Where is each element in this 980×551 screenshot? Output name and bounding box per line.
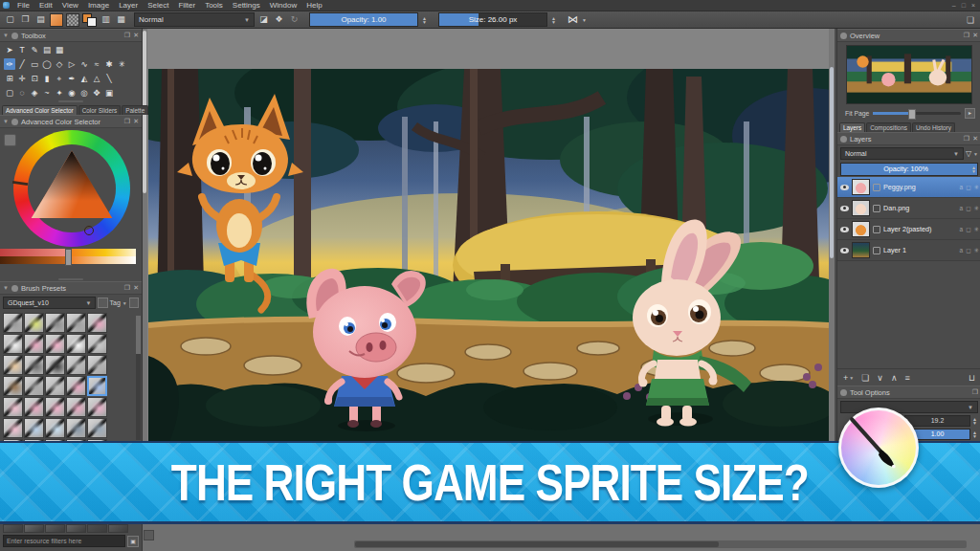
layer-filter-icon[interactable]: ▽ — [966, 149, 971, 158]
eraser-mode-icon[interactable]: ◪ — [257, 13, 270, 26]
tab-undo-history[interactable]: Undo History — [912, 122, 955, 132]
assistants-tool[interactable]: ◭ — [78, 73, 90, 84]
shade-strip[interactable] — [0, 256, 68, 264]
brush-preset-thumbnail[interactable] — [87, 334, 107, 354]
mirror-canvas-icon[interactable]: ⋈ — [568, 13, 578, 26]
layer-style-icon[interactable]: ✳ — [974, 247, 979, 254]
overview-thumbnail[interactable] — [846, 45, 972, 104]
brush-preset-thumbnail[interactable] — [66, 397, 86, 417]
toolbox-titlebar[interactable]: ▼ Toolbox ❐✕ — [0, 29, 142, 42]
shade-handle[interactable] — [65, 249, 72, 266]
brush-preset-thumbnail[interactable] — [66, 376, 86, 396]
transform-tool[interactable]: ⊞ — [4, 73, 15, 84]
tab-compositions[interactable]: Compositions — [866, 122, 911, 132]
opacity-spinner[interactable]: ▲▼ — [421, 16, 428, 24]
color-selector-settings-button[interactable] — [4, 134, 16, 146]
edit-brush-settings-icon[interactable]: ▦ — [115, 13, 127, 26]
brush-preset-thumbnail[interactable] — [24, 397, 44, 417]
alpha-lock-icon[interactable]: ◻ — [966, 205, 970, 212]
alpha-lock-icon[interactable]: ◻ — [966, 226, 970, 233]
layer-blending-dropdown[interactable]: Normal ▼ — [840, 147, 964, 160]
zoom-tool[interactable]: ◎ — [78, 87, 90, 99]
brush-preset-thumbnail[interactable] — [45, 334, 65, 354]
float-docker-icon[interactable]: ❐ — [124, 284, 130, 292]
ellipse-tool[interactable]: ◯ — [41, 58, 53, 70]
brush-preset-thumbnail[interactable] — [3, 376, 23, 396]
text-tool[interactable]: T — [16, 44, 28, 55]
alpha-lock-icon[interactable]: ◻ — [966, 247, 970, 254]
collapse-arrow-icon[interactable]: ▼ — [3, 285, 9, 291]
brush-preset-thumbnail[interactable] — [45, 355, 65, 375]
float-docker-icon[interactable]: ❐ — [972, 388, 978, 396]
layer-thumbnail[interactable] — [852, 221, 870, 237]
brush-preset-thumbnail[interactable] — [45, 418, 65, 438]
freehand-brush-tool[interactable]: ✑ — [4, 58, 15, 70]
size-spinner[interactable]: ▲▼ — [550, 16, 557, 24]
brush-preset-thumbnail[interactable] — [3, 524, 23, 533]
brush-preset-thumbnail[interactable] — [45, 313, 65, 333]
opacity-slider[interactable]: Opacity: 1.00 — [309, 12, 418, 27]
field1-spinner[interactable]: ▲▼ — [971, 417, 978, 425]
close-docker-icon[interactable]: ✕ — [133, 284, 139, 292]
close-docker-icon[interactable]: ✕ — [133, 32, 139, 39]
brush-preset-thumbnail[interactable] — [3, 355, 23, 375]
move-tool[interactable]: ✛ — [16, 73, 28, 84]
menu-item-edit[interactable]: Edit — [34, 0, 57, 11]
overview-zoom-slider[interactable] — [873, 112, 961, 115]
freehand-path-tool[interactable]: ≈ — [91, 58, 102, 70]
layer-visibility-eye-icon[interactable] — [840, 185, 849, 190]
tab-advanced-color-selector[interactable]: Advanced Color Selector — [2, 105, 78, 115]
menu-item-view[interactable]: View — [57, 0, 83, 11]
rectangle-tool[interactable]: ▭ — [29, 58, 40, 70]
menu-item-help[interactable]: Help — [301, 0, 326, 11]
tab-layers[interactable]: Layers — [839, 122, 865, 132]
inherit-alpha-icon[interactable]: a — [960, 205, 964, 212]
float-docker-icon[interactable]: ❐ — [964, 135, 969, 143]
brush-preset-thumbnail[interactable] — [66, 334, 86, 354]
crop-tool[interactable]: ⊡ — [29, 73, 40, 84]
resource-filter-input[interactable]: Enter resource filters here — [3, 535, 125, 547]
alpha-lock-icon[interactable]: ◻ — [966, 184, 970, 191]
filter-options-button[interactable]: ▣ — [127, 536, 139, 547]
brush-preset-thumbnail[interactable] — [87, 397, 107, 417]
overview-zoom-button[interactable]: ▸ — [965, 108, 975, 119]
brush-presets-titlebar[interactable]: ▼ Brush Presets ❐✕ — [0, 281, 142, 295]
brush-preset-thumbnail[interactable] — [66, 355, 86, 375]
blending-mode-dropdown[interactable]: Normal ▼ — [134, 12, 255, 27]
layer-thumbnail[interactable] — [852, 179, 870, 195]
contiguous-select-tool[interactable]: ✦ — [54, 87, 65, 99]
brush-preset-thumbnail[interactable] — [3, 334, 23, 354]
move-layer-up-button[interactable]: ∧ — [891, 373, 898, 383]
layer-row-dan-png[interactable]: Dan.pnga◻✳ — [837, 198, 980, 219]
layer-filter-caret[interactable]: ▼ — [973, 151, 978, 157]
preserve-alpha-icon[interactable]: ❖ — [273, 13, 285, 26]
brush-preset-thumbnail[interactable] — [87, 524, 107, 533]
mirror-dropdown-caret[interactable]: ▼ — [581, 18, 588, 22]
brush-size-slider[interactable]: Size: 26.00 px — [438, 12, 547, 27]
brush-preset-thumbnail[interactable] — [108, 524, 128, 533]
layer-visibility-eye-icon[interactable] — [840, 227, 849, 232]
brush-preset-thumbnail[interactable] — [66, 313, 86, 333]
save-document-icon[interactable]: ▤ — [34, 13, 47, 26]
menu-item-layer[interactable]: Layer — [114, 0, 143, 11]
shade-strip[interactable] — [68, 249, 136, 256]
layer-style-icon[interactable]: ✳ — [974, 226, 979, 233]
tab-color-sliders[interactable]: Color Sliders — [78, 105, 122, 115]
inherit-alpha-icon[interactable]: a — [960, 247, 964, 254]
layer-thumbnail[interactable] — [852, 242, 870, 258]
collapse-arrow-icon[interactable]: ▼ — [3, 119, 9, 124]
float-docker-icon[interactable]: ❐ — [964, 32, 969, 39]
layer-opacity-slider[interactable]: Opacity: 100% ▲▼ — [840, 163, 978, 176]
layers-titlebar[interactable]: Layers ❐✕ — [837, 132, 980, 145]
rect-select-tool[interactable]: ▢ — [4, 87, 15, 99]
fg-bg-color-swatch[interactable] — [82, 13, 97, 27]
brush-preset-thumbnail[interactable] — [87, 376, 107, 396]
ellipse-select-tool[interactable]: ◌ — [16, 87, 28, 99]
close-docker-icon[interactable]: ✕ — [972, 32, 978, 39]
layer-row-layer-1[interactable]: Layer 1a◻✳ — [837, 240, 980, 261]
brush-preset-thumbnail[interactable] — [3, 397, 23, 417]
calligraphy-tool[interactable]: ▤ — [41, 44, 53, 55]
layer-row-peggy-png[interactable]: Peggy.pnga◻✳ — [837, 177, 980, 198]
freehand-select-tool[interactable]: ~ — [41, 87, 53, 99]
color-sampler-tool[interactable]: ⌖ — [54, 73, 65, 84]
